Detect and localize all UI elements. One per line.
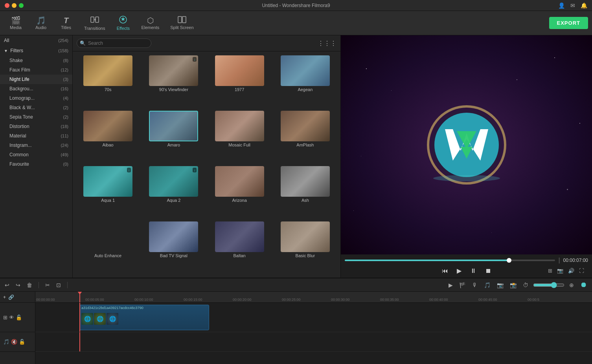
track-visibility-icon[interactable]: 👁	[9, 315, 14, 320]
toolbar-item-elements[interactable]: ⬡ Elements	[136, 13, 164, 34]
delete-button[interactable]: 🗑	[25, 281, 34, 289]
record-button[interactable]: ⏺	[579, 280, 589, 290]
filter-favourite-label: Favourite	[9, 161, 29, 167]
audio-track-icon[interactable]: 🎵	[3, 339, 9, 345]
filter-item-lomography[interactable]: Lomograp... (4)	[0, 93, 72, 103]
progress-knob[interactable]	[507, 258, 511, 263]
notification-icon[interactable]: 🔔	[581, 2, 587, 9]
timeline-music-button[interactable]: 🎵	[482, 281, 492, 289]
filter-group-header[interactable]: ▼ Filters (158)	[0, 46, 72, 56]
play-button[interactable]: ▶	[454, 266, 464, 275]
filter-item-common[interactable]: Common (49)	[0, 150, 72, 159]
transitions-icon	[90, 15, 99, 25]
filter-item-instagram[interactable]: Instgram... (24)	[0, 141, 72, 150]
volume-icon[interactable]: 🔊	[568, 268, 574, 274]
audio-mute-icon[interactable]: 🔇	[11, 339, 17, 345]
audio-lock-icon[interactable]: 🔓	[19, 339, 25, 345]
search-input[interactable]	[77, 38, 151, 48]
ruler-mark-6: 00:00:30:00	[330, 298, 379, 302]
grid-toggle-icon[interactable]: ⋮⋮⋮	[318, 40, 336, 47]
track-layout-icon[interactable]: ⊞	[3, 315, 7, 320]
effect-item-bad-tv[interactable]: Bad TV Signal	[142, 221, 206, 274]
effect-item-aegean[interactable]: Aegean	[273, 55, 337, 108]
redo-button[interactable]: ↪	[14, 281, 22, 289]
screen-layout-icon[interactable]: ⊞	[548, 268, 552, 274]
filter-shake-label: Shake	[9, 58, 23, 63]
effect-item-70s[interactable]: 70s	[76, 55, 140, 108]
effect-thumb-aegean	[281, 55, 330, 86]
effect-item-aqua1[interactable]: ↓ Aqua 1	[76, 165, 140, 219]
effect-item-aqua2[interactable]: ↓ Aqua 2	[142, 165, 206, 219]
toolbar-item-transitions[interactable]: Transitions	[79, 13, 110, 34]
track-lock-icon[interactable]: 🔓	[16, 315, 22, 320]
timeline-camera-button[interactable]: 📷	[495, 281, 505, 289]
cut-button[interactable]: ✂	[44, 281, 51, 289]
playhead[interactable]	[79, 292, 80, 302]
effect-item-arizona[interactable]: Arizona	[208, 165, 272, 219]
filter-all[interactable]: All (254)	[0, 35, 72, 46]
audio-icon: 🎵	[36, 16, 46, 24]
ruler-mark-4: 00:00:20:00	[232, 298, 281, 302]
filters-group-count: (158)	[58, 48, 68, 53]
fullscreen-icon[interactable]: ⛶	[579, 268, 584, 274]
effect-item-mosaic[interactable]: Mosaic Full	[208, 110, 272, 164]
effect-name-auto-enhance: Auto Enhance	[94, 253, 121, 258]
effect-item-basic-blur[interactable]: Basic Blur	[273, 221, 337, 274]
timeline-marker-button[interactable]: 🏴	[458, 281, 467, 289]
toolbar-item-split-screen[interactable]: Split Screen	[165, 13, 198, 34]
timeline-snapshot-button[interactable]: 📸	[508, 281, 518, 289]
effect-name-aqua2: Aqua 2	[167, 198, 180, 203]
effect-item-aibao[interactable]: Aibao	[76, 110, 140, 164]
effect-item-ash[interactable]: Ash	[273, 165, 337, 219]
toolbar-item-effects[interactable]: Effects	[111, 13, 135, 34]
effect-item-90s[interactable]: ↓ 90's Viewfinder	[142, 55, 206, 108]
maximize-button[interactable]	[19, 3, 24, 8]
minimize-button[interactable]	[12, 3, 17, 8]
effect-item-amaro[interactable]: Amaro	[142, 110, 206, 164]
filter-item-shake[interactable]: Shake (8)	[0, 56, 72, 65]
timeline-play-button[interactable]: ▶	[447, 281, 454, 289]
message-icon[interactable]: ✉	[570, 2, 575, 9]
filter-item-sepia[interactable]: Sepia Tone (2)	[0, 112, 72, 122]
user-icon[interactable]: 👤	[558, 2, 565, 9]
timeline-section: ↩ ↪ 🗑 ✂ ⊡ ▶ 🏴 🎙 🎵 📷 📸 ⏱ ⊕ ⏺ + 🔗	[0, 278, 592, 364]
svg-rect-1	[96, 17, 99, 22]
effect-item-1977[interactable]: 1977	[208, 55, 272, 108]
filter-item-night-life[interactable]: Night Life (3)	[0, 75, 72, 84]
timeline-speed-button[interactable]: ⏱	[521, 281, 530, 289]
toolbar-item-titles[interactable]: T Titles	[54, 13, 78, 34]
close-button[interactable]	[5, 3, 9, 8]
pause-button[interactable]: ⏸	[468, 267, 479, 275]
crop-button[interactable]: ⊡	[55, 281, 63, 289]
screenshot-icon[interactable]: 📷	[557, 268, 563, 274]
toolbar-item-media[interactable]: 🎬 Media	[4, 13, 28, 34]
effect-item-auto-enhance[interactable]: Auto Enhance	[76, 221, 140, 274]
zoom-slider[interactable]	[533, 282, 564, 288]
ruler-mark-2: 00:00:10:00	[134, 298, 183, 302]
filter-item-favourite[interactable]: Favourite (0)	[0, 159, 72, 169]
video-clip[interactable]: a31d3421c2bd1a439217acdcc46c3790 🌐 🌐 🌐	[79, 305, 209, 330]
zoom-in-button[interactable]: ⊕	[568, 281, 575, 289]
stop-button[interactable]: ⏹	[483, 267, 494, 275]
filter-item-background[interactable]: Backgrou... (16)	[0, 84, 72, 93]
toolbar-item-audio[interactable]: 🎵 Audio	[29, 13, 53, 34]
filter-item-distortion[interactable]: Distortion (18)	[0, 122, 72, 131]
effect-name-70s: 70s	[105, 87, 112, 92]
filter-item-bw[interactable]: Black & W... (2)	[0, 103, 72, 112]
filter-material-label: Material	[9, 133, 26, 139]
timeline-mic-button[interactable]: 🎙	[471, 281, 479, 289]
progress-bar[interactable]	[345, 260, 555, 261]
effect-item-amplash[interactable]: AmPlash	[273, 110, 337, 164]
filter-sepia-label: Sepia Tone	[9, 114, 33, 120]
chain-icon[interactable]: 🔗	[8, 294, 14, 300]
effect-thumb-aqua1: ↓	[83, 166, 132, 197]
export-button[interactable]: EXPORT	[549, 17, 588, 29]
step-back-button[interactable]: ⏮	[439, 267, 450, 275]
filter-item-material[interactable]: Material (11)	[0, 131, 72, 141]
window-controls[interactable]	[5, 3, 24, 8]
effect-item-baltan[interactable]: Baltan	[208, 221, 272, 274]
add-track-icon[interactable]: +	[3, 294, 6, 300]
preview-area: | 00:00:07:00 ⏮ ▶ ⏸ ⏹ ⊞ 📷 🔊 ⛶	[340, 35, 592, 278]
filter-item-faux-film[interactable]: Faux Film (12)	[0, 65, 72, 75]
undo-button[interactable]: ↩	[3, 281, 11, 289]
